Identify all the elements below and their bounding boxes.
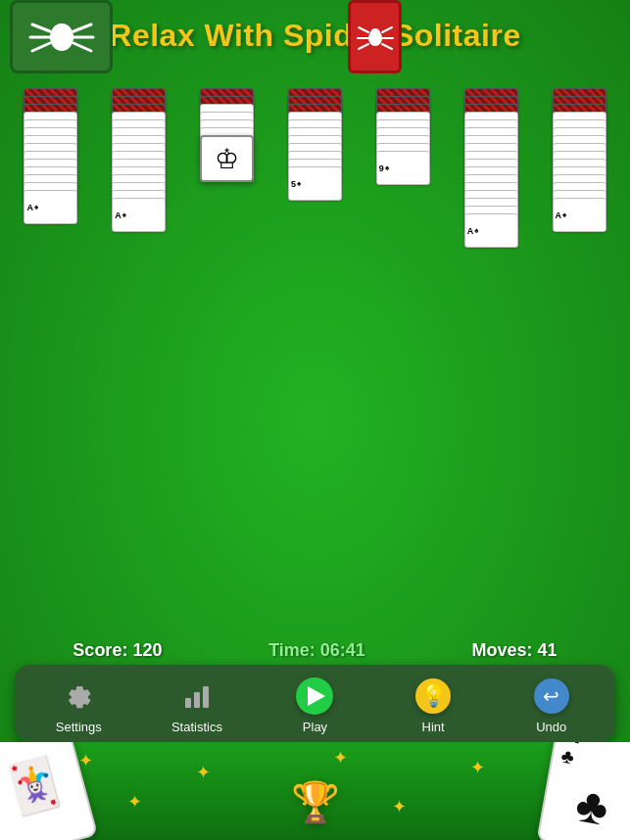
hint-icon: 💡 — [413, 677, 453, 716]
card-last[interactable]: A♠ — [24, 190, 77, 224]
card-last[interactable]: 9♠ — [376, 151, 430, 185]
svg-line-10 — [359, 27, 368, 32]
svg-line-7 — [73, 43, 91, 51]
column-6: 3♠ 2♠ A♠ Q♠ J♠ 9♠ 8♠ 7♠ 6♠ 5♠ 4♠ 3♠ 2♠ A… — [448, 88, 534, 248]
column-5: 9♠ K♠ Q♠ J♠ 10♠ 9♠ — [360, 88, 446, 248]
spider-logo-green — [10, 0, 113, 73]
spider-logo-red — [348, 0, 402, 73]
trophy-icon: 🏆 — [291, 779, 340, 825]
undo-button[interactable]: ↩ Undo — [522, 677, 581, 734]
star-decoration: ✦ — [196, 762, 211, 783]
card-last[interactable]: A♠ — [464, 213, 518, 248]
settings-button[interactable]: Settings — [49, 677, 108, 734]
bar-chart-icon — [181, 680, 213, 712]
corner-card-right: K ♣ ♣ — [536, 742, 630, 840]
statistics-label: Statistics — [171, 720, 222, 734]
play-circle — [296, 677, 333, 715]
column-3: 6♠ 10♠ 9♠ 8♠ ♔ — [184, 88, 270, 248]
svg-line-12 — [359, 44, 368, 49]
svg-point-9 — [370, 28, 380, 38]
play-button[interactable]: Play — [285, 677, 344, 734]
bottom-decoration: ✦ ✦ ✦ ✦ ✦ ✦ ✦ 🏆 🃏 K ♣ ♣ — [0, 742, 630, 840]
corner-card-suit: ♣ — [559, 745, 576, 770]
king-card[interactable]: ♔ — [200, 135, 254, 182]
toolbar: Settings Statistics Play 💡 Hint — [15, 665, 615, 742]
svg-line-15 — [382, 44, 392, 49]
corner-card-big-suit: ♣ — [571, 775, 612, 837]
settings-icon — [59, 677, 98, 716]
undo-label: Undo — [536, 720, 566, 734]
column-7: A♠ Q♠ J♠ 9♠ 8♠ 7♠ 6♠ 5♠ 4♠ 3♠ 2♠ A♠ — [536, 88, 622, 248]
column-1: 4♠ 3♠ 7♠ 6♠ 5♠ 9♠ 8♠ 7♠ 6♠ 2♠ A♠ — [8, 88, 94, 248]
star-decoration: ✦ — [127, 791, 142, 813]
corner-card-face: 🃏 — [0, 751, 71, 821]
spider-icon-green — [27, 10, 96, 64]
gear-icon — [63, 680, 94, 712]
svg-line-5 — [73, 24, 91, 31]
score-display: Score: 120 — [73, 640, 162, 661]
column-2: 8♠ J♠ 10♠ 9♠ 8♠ 7♠ 6♠ 5♠ 4♠ 3♠ 2♠ A♠ — [96, 88, 182, 248]
statistics-icon — [177, 677, 217, 716]
lightbulb-icon: 💡 — [420, 683, 447, 709]
card-last[interactable]: A♠ — [553, 198, 606, 232]
svg-line-13 — [382, 27, 392, 32]
spider-icon-red — [357, 19, 394, 56]
star-decoration: ✦ — [78, 750, 93, 771]
card-columns: 4♠ 3♠ 7♠ 6♠ 5♠ 9♠ 8♠ 7♠ 6♠ 2♠ A♠ 8♠ J♠ 1… — [8, 88, 622, 248]
svg-rect-16 — [185, 698, 191, 708]
time-display: Time: 06:41 — [268, 640, 365, 661]
column-4: 9♠ J♠ 6♠ K♠ Q♠ 7♠ 6♠ 5♠ — [272, 88, 359, 248]
play-label: Play — [303, 720, 327, 734]
star-decoration: ✦ — [392, 796, 407, 817]
svg-rect-17 — [194, 692, 200, 708]
hint-circle: 💡 — [415, 678, 451, 714]
play-triangle — [308, 686, 325, 706]
star-decoration: ✦ — [470, 757, 485, 778]
svg-line-4 — [32, 43, 50, 51]
hint-button[interactable]: 💡 Hint — [404, 677, 462, 734]
play-icon — [295, 677, 334, 716]
svg-line-2 — [32, 24, 50, 31]
undo-circle: ↩ — [534, 678, 569, 714]
svg-point-1 — [54, 23, 70, 39]
undo-icon: ↩ — [532, 677, 571, 716]
undo-arrow-icon: ↩ — [543, 684, 559, 708]
hint-label: Hint — [422, 720, 445, 734]
card-last[interactable]: 5♠ — [288, 166, 342, 201]
moves-display: Moves: 41 — [472, 640, 557, 661]
statistics-button[interactable]: Statistics — [168, 677, 226, 734]
svg-rect-18 — [203, 686, 209, 708]
star-decoration: ✦ — [333, 747, 348, 769]
card-last[interactable]: A♠ — [112, 198, 166, 232]
settings-label: Settings — [56, 720, 102, 734]
